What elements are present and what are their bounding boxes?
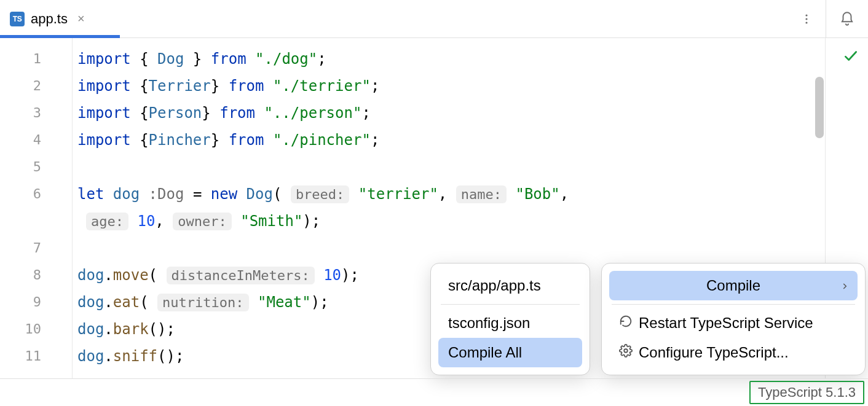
file-tab[interactable]: TS app.ts × xyxy=(0,0,92,37)
menu-separator xyxy=(441,304,580,305)
line-number: 2 xyxy=(0,72,72,100)
svg-point-1 xyxy=(805,18,807,20)
status-bar: TypeScript 5.1.3 xyxy=(0,378,868,406)
typescript-menu: Compile Restart TypeScript Service Confi… xyxy=(601,263,866,375)
typescript-file-icon: TS xyxy=(10,12,25,26)
svg-point-2 xyxy=(805,21,807,23)
svg-point-3 xyxy=(624,349,628,353)
line-number: 8 xyxy=(0,262,72,289)
compile-target-tsconfig[interactable]: tsconfig.json xyxy=(438,308,582,338)
line-number: 6 xyxy=(0,181,72,208)
compile-target-file[interactable]: src/app/app.ts xyxy=(438,271,582,300)
inlay-hint: name: xyxy=(456,185,507,203)
restart-ts-service[interactable]: Restart TypeScript Service xyxy=(609,308,858,338)
line-number: 10 xyxy=(0,316,72,343)
line-number: 9 xyxy=(0,289,72,316)
line-number: 4 xyxy=(0,127,72,154)
configure-typescript[interactable]: Configure TypeScript... xyxy=(609,338,858,367)
refresh-icon xyxy=(619,314,633,332)
scrollbar-thumb[interactable] xyxy=(815,77,824,138)
more-icon[interactable] xyxy=(791,4,822,34)
close-icon[interactable]: × xyxy=(77,12,85,26)
inlay-hint: age: xyxy=(86,213,128,230)
line-number: 3 xyxy=(0,100,72,127)
svg-point-0 xyxy=(805,14,807,16)
inlay-hint: owner: xyxy=(173,213,231,230)
line-number: 5 xyxy=(0,154,72,181)
chevron-right-icon xyxy=(840,277,849,294)
line-number: 7 xyxy=(0,235,72,262)
inspection-ok-icon[interactable] xyxy=(843,48,859,66)
compile-submenu: src/app/app.ts tsconfig.json Compile All xyxy=(430,263,590,375)
line-gutter: 1 2 3 4 5 6 7 8 9 10 11 xyxy=(0,38,73,378)
menu-separator xyxy=(612,304,855,305)
compile-all[interactable]: Compile All xyxy=(438,338,582,367)
typescript-version-widget[interactable]: TypeScript 5.1.3 xyxy=(749,381,864,404)
bell-icon[interactable] xyxy=(826,4,868,34)
inlay-hint: nutrition: xyxy=(157,294,248,311)
tab-bar: TS app.ts × xyxy=(0,0,868,38)
gear-icon xyxy=(619,344,633,361)
inlay-hint: distanceInMeters: xyxy=(167,267,315,284)
inlay-hint: breed: xyxy=(291,185,349,203)
line-number-wrap xyxy=(0,208,72,235)
line-number: 11 xyxy=(0,343,72,370)
line-number: 1 xyxy=(0,45,72,72)
compile-menu-item[interactable]: Compile xyxy=(609,271,858,300)
tab-filename: app.ts xyxy=(31,11,68,27)
